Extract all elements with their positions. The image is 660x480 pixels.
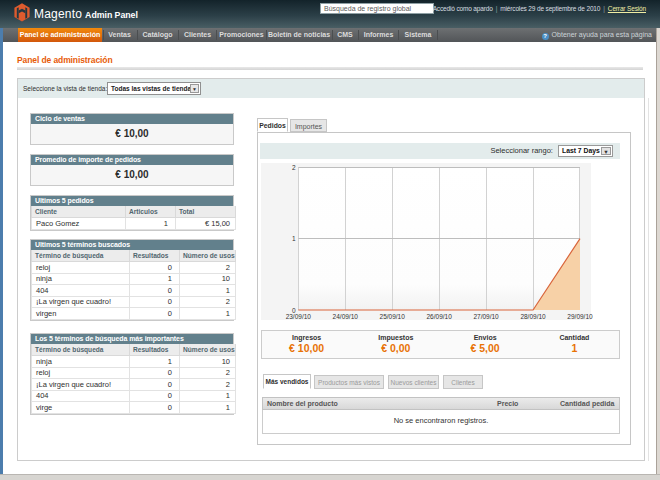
svg-text:1: 1 — [292, 235, 296, 242]
svg-text:2: 2 — [292, 164, 296, 171]
svg-text:28/09/10: 28/09/10 — [520, 313, 546, 320]
svg-text:26/09/10: 26/09/10 — [426, 313, 452, 320]
svg-text:24/09/10: 24/09/10 — [333, 313, 359, 320]
svg-text:25/09/10: 25/09/10 — [380, 313, 406, 320]
svg-text:23/09/10: 23/09/10 — [286, 313, 312, 320]
svg-text:27/09/10: 27/09/10 — [473, 313, 499, 320]
svg-text:29/09/10: 29/09/10 — [567, 313, 593, 320]
